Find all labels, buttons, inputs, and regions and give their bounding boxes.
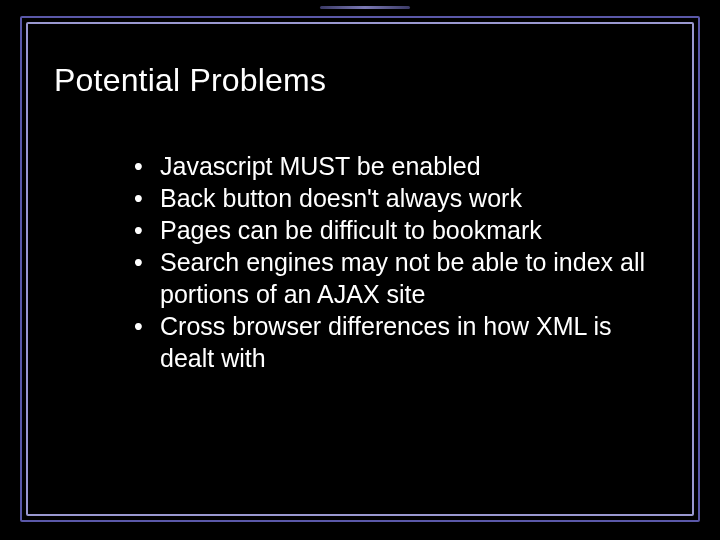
- list-item: Pages can be difficult to bookmark: [130, 214, 660, 246]
- list-item: Search engines may not be able to index …: [130, 246, 660, 310]
- slide: Potential Problems Javascript MUST be en…: [0, 0, 720, 540]
- list-item: Back button doesn't always work: [130, 182, 660, 214]
- list-item: Cross browser differences in how XML is …: [130, 310, 660, 374]
- slide-title: Potential Problems: [54, 62, 326, 99]
- top-accent: [320, 6, 410, 9]
- list-item: Javascript MUST be enabled: [130, 150, 660, 182]
- bullet-list: Javascript MUST be enabled Back button d…: [130, 150, 660, 374]
- slide-body: Javascript MUST be enabled Back button d…: [130, 150, 660, 374]
